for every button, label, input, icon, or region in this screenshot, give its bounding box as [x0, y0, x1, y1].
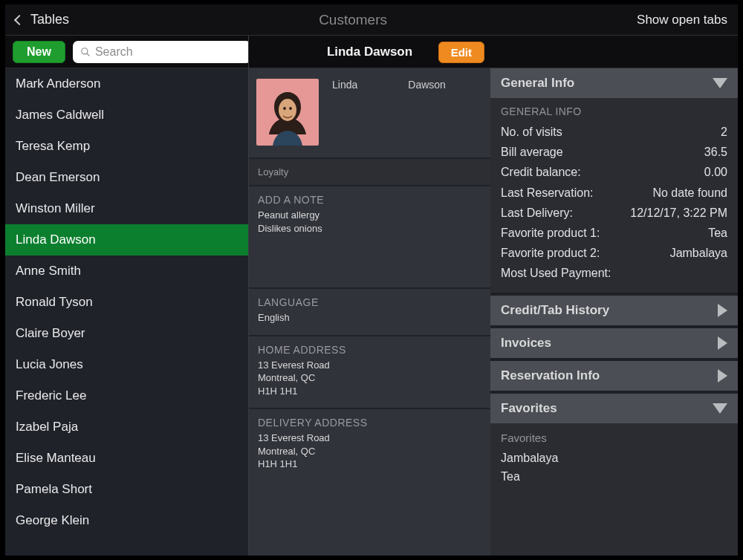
delivery-address-section: DELIVERY ADDRESS 13 Everest Road Montrea…: [249, 408, 490, 481]
credit-history-title: Credit/Tab History: [501, 303, 609, 318]
info-key: Last Delivery:: [501, 203, 573, 223]
language-heading: LANGUAGE: [249, 289, 490, 310]
info-value: 36.5: [704, 142, 727, 162]
note-line: Peanut allergy: [258, 209, 481, 222]
customer-item[interactable]: Lucia Jones: [5, 349, 248, 380]
favorites-title: Favorites: [501, 401, 557, 416]
svg-line-1: [87, 53, 90, 56]
favorites-header[interactable]: Favorites: [490, 394, 738, 423]
customer-item[interactable]: Elise Manteau: [5, 443, 248, 474]
language-value: English: [249, 310, 490, 335]
favorites-subhead: Favorites: [501, 429, 727, 447]
note-body[interactable]: Peanut allergy Dislikes onions: [249, 207, 490, 287]
info-panel-header-pad: [490, 36, 738, 68]
customer-item[interactable]: George Klein: [5, 505, 248, 536]
home-address-section: HOME ADDRESS 13 Everest Road Montreal, Q…: [249, 335, 490, 408]
addr-line: Montreal, QC: [258, 371, 481, 385]
edit-customer-button[interactable]: Edit: [438, 42, 484, 63]
chevron-right-icon: [718, 336, 727, 350]
customer-item[interactable]: Linda Dawson: [5, 224, 248, 255]
addr-line: Montreal, QC: [258, 445, 481, 458]
customer-list[interactable]: Mark AndersonJames CaldwellTeresa KempDe…: [5, 68, 248, 556]
customer-item[interactable]: Anne Smith: [5, 255, 248, 287]
info-panel: General Info GENERAL INFO No. of visits2…: [490, 36, 738, 556]
general-info-body: GENERAL INFO No. of visits2Bill average3…: [490, 98, 738, 293]
chevron-right-icon: [718, 369, 727, 382]
home-address-heading: HOME ADDRESS: [249, 336, 490, 357]
customer-item[interactable]: Dean Emerson: [5, 162, 248, 193]
info-key: Bill average: [501, 142, 563, 162]
customer-detail-header: Linda Dawson Edit: [249, 36, 490, 68]
customer-item[interactable]: Claire Boyer: [5, 318, 248, 349]
chevron-down-icon: [713, 78, 727, 88]
page-title: Customers: [319, 12, 387, 28]
search-field-wrap[interactable]: [73, 41, 251, 63]
delivery-address-body: 13 Everest Road Montreal, QC H1H 1H1: [249, 430, 490, 481]
chevron-down-icon: [713, 403, 727, 414]
new-customer-button[interactable]: New: [13, 41, 65, 63]
info-key: No. of visits: [501, 122, 562, 142]
general-info-subhead: GENERAL INFO: [501, 105, 727, 117]
last-name: Dawson: [408, 79, 446, 146]
favorite-item: Jambalaya: [501, 449, 727, 468]
info-value: 2: [721, 122, 727, 142]
first-name: Linda: [332, 79, 357, 146]
customer-list-toolbar: New: [5, 36, 248, 68]
info-value: Tea: [708, 223, 727, 243]
back-label: Tables: [30, 12, 69, 27]
info-row: Favorite product 2:Jambalaya: [501, 243, 727, 263]
addr-line: 13 Everest Road: [258, 359, 481, 372]
top-bar: Tables Customers Show open tabs: [5, 4, 738, 36]
customer-item[interactable]: Winston Miller: [5, 193, 248, 224]
show-open-tabs-button[interactable]: Show open tabs: [637, 13, 727, 27]
reservation-info-header[interactable]: Reservation Info: [490, 361, 738, 391]
svg-point-4: [283, 107, 286, 110]
customer-item[interactable]: Izabel Paja: [5, 411, 248, 443]
info-value: 12/12/17, 3:22 PM: [630, 203, 727, 223]
general-info-header[interactable]: General Info: [490, 68, 738, 98]
avatar: [256, 79, 319, 146]
invoices-header[interactable]: Invoices: [490, 328, 738, 358]
chevron-left-icon: [14, 14, 25, 25]
note-section: ADD A NOTE Peanut allergy Dislikes onion…: [249, 185, 490, 287]
customer-full-name: Linda Dawson: [327, 45, 412, 59]
svg-point-0: [82, 48, 88, 53]
svg-point-5: [289, 107, 292, 110]
info-value: 0.00: [704, 162, 727, 182]
credit-history-header[interactable]: Credit/Tab History: [490, 296, 738, 325]
customer-list-panel: New Mark AndersonJames CaldwellTeresa Ke…: [5, 36, 248, 556]
note-heading: ADD A NOTE: [249, 186, 490, 207]
favorites-body: Favorites JambalayaTea: [490, 423, 738, 498]
favorite-item: Tea: [501, 467, 727, 486]
info-value: Jambalaya: [670, 243, 727, 263]
info-row: Favorite product 1:Tea: [501, 223, 727, 243]
customer-detail-panel: Linda Dawson Edit Linda Dawson: [248, 36, 490, 556]
search-input[interactable]: [95, 45, 244, 59]
info-row: Most Used Payment:: [501, 263, 727, 283]
customer-item[interactable]: James Caldwell: [5, 100, 248, 131]
customer-item[interactable]: Pamela Short: [5, 474, 248, 505]
customer-item[interactable]: Mark Anderson: [5, 68, 248, 100]
search-icon: [80, 47, 91, 57]
info-value: No date found: [652, 183, 727, 203]
invoices-title: Invoices: [501, 336, 551, 351]
info-row: Bill average36.5: [501, 142, 727, 162]
customer-item[interactable]: Frederic Lee: [5, 380, 248, 411]
note-line: Dislikes onions: [258, 222, 481, 235]
language-section: LANGUAGE English: [249, 287, 490, 335]
addr-line: H1H 1H1: [258, 458, 481, 471]
home-address-body: 13 Everest Road Montreal, QC H1H 1H1: [249, 357, 490, 408]
info-key: Last Reservation:: [501, 183, 594, 203]
addr-line: H1H 1H1: [258, 385, 481, 398]
back-button[interactable]: Tables: [16, 12, 69, 27]
general-info-title: General Info: [501, 76, 574, 91]
profile-box: Linda Dawson: [249, 68, 490, 157]
addr-line: 13 Everest Road: [258, 432, 481, 445]
info-row: Last Reservation:No date found: [501, 183, 727, 203]
customer-item[interactable]: Teresa Kemp: [5, 131, 248, 162]
loyalty-label: Loyalty: [249, 157, 490, 185]
reservation-info-title: Reservation Info: [501, 368, 600, 383]
customer-item[interactable]: Ronald Tyson: [5, 287, 248, 318]
info-row: Last Delivery:12/12/17, 3:22 PM: [501, 203, 727, 223]
info-key: Favorite product 2:: [501, 243, 600, 263]
